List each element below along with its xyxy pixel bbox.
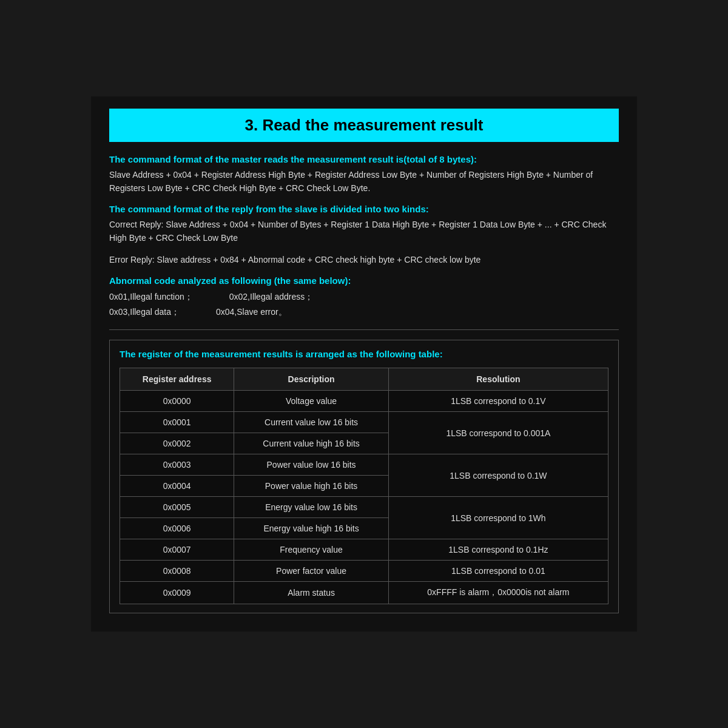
address-0x0007: 0x0007 <box>120 539 234 561</box>
res-energy: 1LSB correspond to 1Wh <box>388 497 608 539</box>
table-row: 0x0003 Power value low 16 bits 1LSB corr… <box>120 454 608 476</box>
abnormal-row-2: 0x03,Illegal data； 0x04,Slave error。 <box>109 305 619 320</box>
divider <box>109 329 619 330</box>
desc-power-high: Power value high 16 bits <box>234 476 389 497</box>
abnormal-code-2: 0x02,Illegal address； <box>229 289 314 305</box>
address-0x0001: 0x0001 <box>120 412 234 433</box>
section3: Abnormal code analyzed as following (the… <box>109 275 619 320</box>
table-title: The register of the measurement results … <box>120 349 608 359</box>
res-voltage: 1LSB correspond to 0.1V <box>388 391 608 412</box>
section1: The command format of the master reads t… <box>109 154 619 195</box>
table-row: 0x0009 Alarm status 0xFFFF is alarm，0x00… <box>120 582 608 604</box>
address-0x0004: 0x0004 <box>120 476 234 497</box>
section1-heading: The command format of the master reads t… <box>109 154 619 164</box>
address-0x0009: 0x0009 <box>120 582 234 604</box>
address-0x0005: 0x0005 <box>120 497 234 518</box>
table-header-row: Register address Description Resolution <box>120 368 608 391</box>
desc-energy-low: Energy value low 16 bits <box>234 497 389 518</box>
abnormal-code-4: 0x04,Slave error。 <box>216 305 287 320</box>
address-0x0006: 0x0006 <box>120 518 234 539</box>
desc-power-low: Power value low 16 bits <box>234 454 389 476</box>
table-row: 0x0000 Voltage value 1LSB correspond to … <box>120 391 608 412</box>
main-container: 3. Read the measurement result The comma… <box>91 96 637 632</box>
res-current: 1LSB correspond to 0.001A <box>388 412 608 454</box>
abnormal-code-1: 0x01,Illegal function； <box>109 289 193 305</box>
measurement-table: Register address Description Resolution … <box>120 368 608 604</box>
table-row: 0x0005 Energy value low 16 bits 1LSB cor… <box>120 497 608 518</box>
address-0x0002: 0x0002 <box>120 433 234 454</box>
res-power-factor: 1LSB correspond to 0.01 <box>388 561 608 582</box>
desc-current-low: Current value low 16 bits <box>234 412 389 433</box>
desc-voltage: Voltage value <box>234 391 389 412</box>
page-title: 3. Read the measurement result <box>121 116 607 135</box>
table-section: The register of the measurement results … <box>109 340 619 613</box>
abnormal-row-1: 0x01,Illegal function； 0x02,Illegal addr… <box>109 289 619 305</box>
desc-frequency: Frequency value <box>234 539 389 561</box>
col-description: Description <box>234 368 389 391</box>
section2-correct-reply: Correct Reply: Slave Address + 0x04 + Nu… <box>109 218 619 245</box>
section1-body: Slave Address + 0x04 + Register Address … <box>109 168 619 195</box>
table-row: 0x0007 Frequency value 1LSB correspond t… <box>120 539 608 561</box>
address-0x0000: 0x0000 <box>120 391 234 412</box>
title-bar: 3. Read the measurement result <box>109 109 619 142</box>
section2-heading: The command format of the reply from the… <box>109 204 619 214</box>
section2-error-reply: Error Reply: Slave address + 0x84 + Abno… <box>109 253 619 266</box>
abnormal-code-3: 0x03,Illegal data； <box>109 305 180 320</box>
desc-current-high: Current value high 16 bits <box>234 433 389 454</box>
res-alarm: 0xFFFF is alarm，0x0000is not alarm <box>388 582 608 604</box>
desc-alarm: Alarm status <box>234 582 389 604</box>
abnormal-codes: 0x01,Illegal function； 0x02,Illegal addr… <box>109 289 619 320</box>
address-0x0008: 0x0008 <box>120 561 234 582</box>
col-resolution: Resolution <box>388 368 608 391</box>
table-row: 0x0008 Power factor value 1LSB correspon… <box>120 561 608 582</box>
res-power: 1LSB correspond to 0.1W <box>388 454 608 497</box>
desc-energy-high: Energy value high 16 bits <box>234 518 389 539</box>
desc-power-factor: Power factor value <box>234 561 389 582</box>
table-row: 0x0001 Current value low 16 bits 1LSB co… <box>120 412 608 433</box>
section2: The command format of the reply from the… <box>109 204 619 267</box>
res-frequency: 1LSB correspond to 0.1Hz <box>388 539 608 561</box>
col-register-address: Register address <box>120 368 234 391</box>
section3-heading: Abnormal code analyzed as following (the… <box>109 275 619 286</box>
address-0x0003: 0x0003 <box>120 454 234 476</box>
